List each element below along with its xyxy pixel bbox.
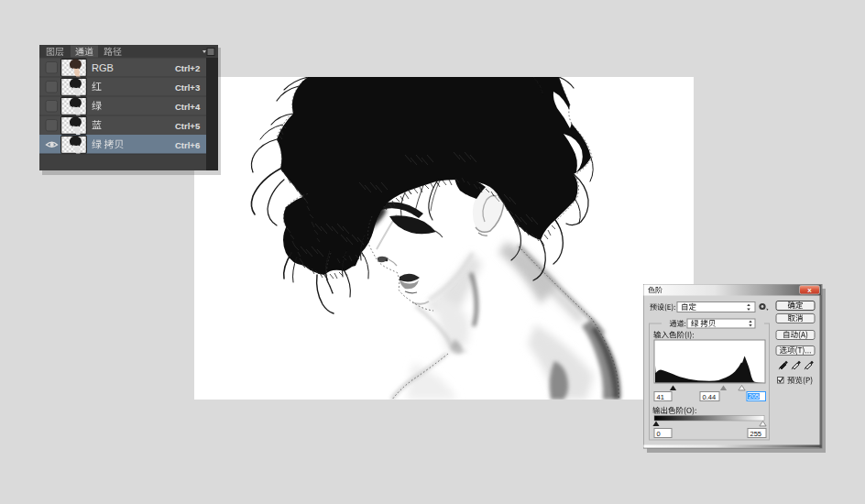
svg-text:RGB: RGB	[92, 62, 114, 73]
svg-text:Ctrl+4: Ctrl+4	[175, 102, 201, 112]
svg-text:41: 41	[657, 393, 664, 401]
svg-text:Ctrl+5: Ctrl+5	[175, 121, 201, 131]
svg-text:0: 0	[657, 430, 661, 438]
svg-text:Ctrl+3: Ctrl+3	[175, 82, 200, 93]
svg-text:x: x	[807, 286, 812, 294]
svg-text:255: 255	[750, 430, 762, 438]
svg-text:0.44: 0.44	[703, 393, 717, 401]
svg-text:205: 205	[749, 393, 760, 400]
svg-text:Ctrl+6: Ctrl+6	[175, 140, 200, 150]
svg-text:Ctrl+2: Ctrl+2	[175, 63, 200, 73]
